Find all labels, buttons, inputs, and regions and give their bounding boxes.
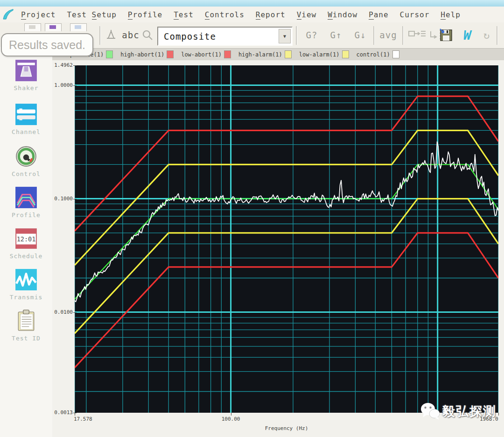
sidebar-item-transmis[interactable]: Transmis [0, 268, 52, 301]
chevron-down-icon[interactable]: ▼ [279, 29, 291, 43]
menu-report[interactable]: Report [250, 8, 291, 21]
y-tick-mark [73, 85, 77, 86]
menu-cursor[interactable]: Cursor [394, 8, 435, 21]
g-query-button[interactable]: G? [301, 26, 323, 44]
toolbar-separator [402, 26, 404, 45]
menu-project[interactable]: Project [15, 8, 61, 21]
legend-item-low-abort-1[interactable]: low-abort(1) [181, 50, 231, 58]
document-icon [75, 25, 81, 29]
y-tick-mark [73, 199, 77, 199]
menu-test[interactable]: Test [168, 8, 199, 21]
g-up-button[interactable]: G↑ [325, 26, 347, 44]
save-results-button[interactable] [438, 26, 455, 44]
sidebar-item-control[interactable]: Control [0, 145, 52, 177]
sidebar-item-profile[interactable]: Profile [0, 186, 52, 218]
legend-swatch [285, 50, 292, 58]
refresh-page-button[interactable]: ↻ [479, 26, 495, 44]
toolbar-separator [99, 26, 101, 45]
sidebar-item-channel[interactable]: Channel [0, 103, 52, 135]
document-icon [49, 25, 56, 29]
copy-to-list-button[interactable] [407, 26, 427, 44]
view-selector[interactable]: Composite ▼ [157, 27, 293, 46]
x-tick-mark [75, 413, 75, 416]
avg-button[interactable]: avg [376, 26, 400, 44]
y-tick-label: 1.4962 [52, 62, 73, 68]
legend-swatch [342, 50, 349, 58]
plot-area[interactable] [75, 65, 498, 413]
y-tick-label: 0.0013 [52, 409, 73, 416]
g-down-button[interactable]: G↓ [349, 26, 371, 44]
menu-accel-letter: R [256, 10, 261, 20]
legend-item-control-1[interactable]: control(1) [357, 50, 399, 58]
svg-text:12:01: 12:01 [17, 235, 36, 243]
y-tick-label: 0.0100 [52, 309, 73, 315]
sidebar-item-label: Shaker [0, 85, 52, 92]
legend-item-high-alarm-1[interactable]: high-alarm(1) [238, 50, 292, 58]
results-saved-text: Results saved. [9, 38, 85, 52]
sidebar-item-label: Test ID [0, 335, 52, 342]
channel-icon [14, 103, 38, 126]
legend-label: control(1) [357, 51, 390, 58]
y-tick-mark [73, 65, 77, 66]
toolbar-separator [296, 26, 297, 45]
document-icon [29, 25, 35, 29]
results-saved-tooltip: Results saved. [1, 33, 93, 56]
menu-profile[interactable]: Profile [122, 8, 168, 21]
legend-swatch [106, 50, 113, 58]
menu-test-setup[interactable]: Test Setup [61, 8, 122, 21]
view-selector-value: Composite [158, 31, 279, 42]
sidebar-item-label: Schedule [0, 253, 52, 260]
toolbar-separator [497, 26, 498, 45]
sidebar-item-schedule[interactable]: 12:01Schedule [0, 227, 52, 260]
sidebar-item-shaker[interactable]: Shaker [0, 59, 52, 92]
menu-items: ProjectTest SetupProfileTestControlsRepo… [15, 8, 466, 21]
magnifier-icon [141, 29, 154, 41]
abc-labels-button[interactable]: abc [120, 26, 141, 44]
window-title-strip [0, 0, 504, 7]
legend-item-high-abort-1[interactable]: high-abort(1) [120, 50, 174, 58]
menu-bar: ProjectTest SetupProfileTestControlsRepo… [0, 7, 504, 23]
toolbar-separator [373, 26, 375, 45]
watermark-text: 毅弘探测 [442, 403, 497, 420]
toolbar-button-3[interactable] [70, 23, 87, 31]
wave-logo-button[interactable]: W [458, 26, 477, 44]
menu-help[interactable]: Help [435, 8, 466, 21]
menu-accel-letter: C [205, 10, 210, 20]
autoscale-button[interactable] [104, 26, 119, 44]
sidebar-item-test-id[interactable]: Test ID [0, 309, 52, 342]
toolbar-button-1[interactable] [24, 23, 41, 31]
application-window: ProjectTest SetupProfileTestControlsRepo… [0, 0, 504, 437]
wechat-icon [419, 401, 441, 422]
menu-accel-letter: P [369, 10, 374, 20]
legend-item-low-alarm-1[interactable]: low-alarm(1) [299, 50, 349, 58]
x-tick-mark [498, 413, 499, 416]
menu-accel-letter: W [328, 10, 333, 20]
menu-accel-letter: V [297, 10, 302, 20]
watermark: 毅弘探测 [419, 401, 497, 422]
sidebar-item-label: Profile [0, 211, 52, 218]
menu-window[interactable]: Window [322, 8, 363, 21]
menu-accel-letter: S [92, 10, 97, 20]
y-tick-label: 0.1000 [52, 196, 73, 202]
legend-bar: profile(1)high-abort(1)low-abort(1)high-… [52, 48, 504, 60]
sidebar: ShakerChannelControlProfile12:01Schedule… [0, 47, 53, 437]
menu-view[interactable]: View [291, 8, 322, 21]
testid-icon [14, 309, 38, 332]
legend-swatch [224, 50, 231, 58]
legend-label: high-alarm(1) [238, 51, 282, 58]
x-axis-title: Frequency (Hz) [75, 425, 498, 431]
legend-swatch [392, 50, 399, 58]
x-tick-mark [231, 413, 231, 416]
legend-swatch [167, 50, 174, 58]
x-tick-label: 100.00 [217, 416, 245, 422]
menu-controls[interactable]: Controls [199, 8, 250, 21]
menu-pane[interactable]: Pane [363, 8, 394, 21]
toolbar-button-2[interactable] [45, 23, 62, 31]
control-icon [14, 145, 38, 168]
sidebar-item-label: Channel [0, 128, 52, 135]
transmit-icon [14, 268, 38, 291]
menu-accel-letter: P [21, 10, 26, 20]
legend-label: low-abort(1) [181, 51, 222, 58]
legend-label: low-alarm(1) [299, 51, 340, 58]
zoom-button[interactable] [140, 26, 155, 44]
